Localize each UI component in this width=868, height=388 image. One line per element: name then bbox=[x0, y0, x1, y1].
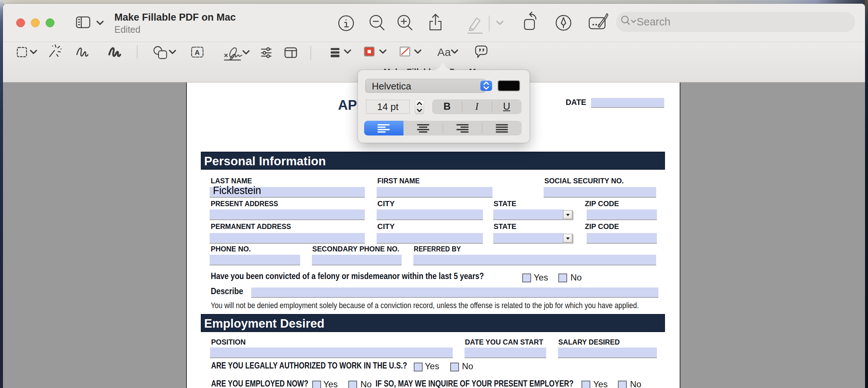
svg-text:Aa: Aa bbox=[437, 46, 451, 58]
svg-text:A: A bbox=[195, 49, 200, 56]
